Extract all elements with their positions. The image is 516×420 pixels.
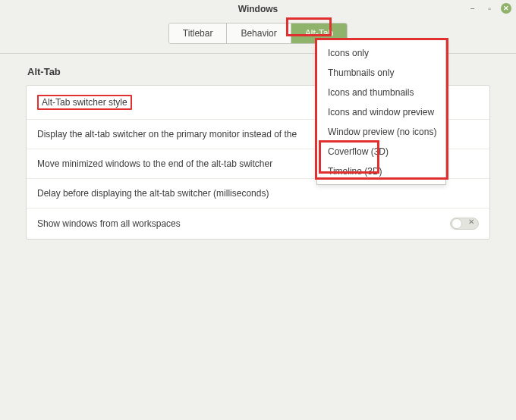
row-all-workspaces-label: Show windows from all workspaces — [37, 218, 181, 229]
toggle-all-workspaces[interactable]: ✕ — [450, 218, 479, 230]
window-titlebar: Windows − ▫ ✕ — [0, 0, 516, 18]
dropdown-item-icons-window-preview[interactable]: Icons and window preview — [317, 102, 445, 122]
dropdown-item-thumbnails-only[interactable]: Thumbnails only — [317, 63, 445, 83]
row-all-workspaces: Show windows from all workspaces ✕ — [27, 208, 489, 239]
window-controls: − ▫ ✕ — [467, 3, 511, 14]
toggle-knob — [452, 218, 462, 229]
switcher-style-dropdown[interactable]: Icons only Thumbnails only Icons and thu… — [316, 39, 446, 185]
tab-titlebar[interactable]: Titlebar — [169, 24, 228, 43]
row-primary-monitor-label: Display the alt-tab switcher on the prim… — [37, 129, 297, 139]
window-title: Windows — [238, 4, 278, 14]
tab-behavior[interactable]: Behavior — [227, 24, 291, 43]
close-icon[interactable]: ✕ — [501, 3, 511, 14]
minimize-icon[interactable]: − — [467, 3, 478, 14]
dropdown-item-icons-thumbnails[interactable]: Icons and thumbnails — [317, 83, 445, 102]
dropdown-item-timeline-3d[interactable]: Timeline (3D) — [317, 161, 445, 181]
row-delay-label: Delay before displaying the alt-tab swit… — [37, 188, 269, 199]
row-move-minimized-label: Move minimized windows to the end of the… — [37, 158, 272, 169]
maximize-icon[interactable]: ▫ — [484, 3, 495, 14]
toggle-off-indicator-icon: ✕ — [468, 218, 474, 226]
dropdown-item-coverflow-3d[interactable]: Coverflow (3D) — [317, 142, 445, 161]
row-switcher-style-label: Alt-Tab switcher style — [37, 95, 132, 110]
dropdown-item-icons-only[interactable]: Icons only — [317, 43, 445, 63]
dropdown-item-window-preview-no-icons[interactable]: Window preview (no icons) — [317, 122, 445, 142]
